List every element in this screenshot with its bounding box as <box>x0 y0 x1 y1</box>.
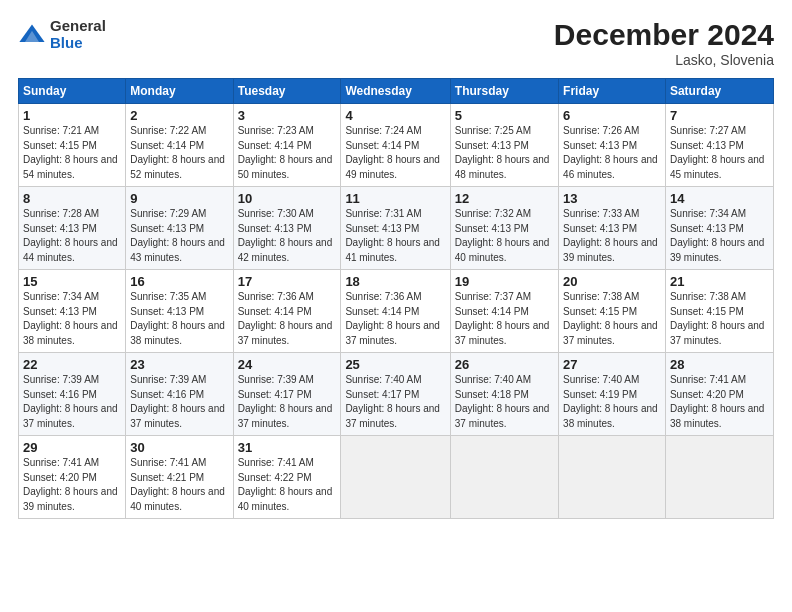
calendar-week-1: 1Sunrise: 7:21 AMSunset: 4:15 PMDaylight… <box>19 104 774 187</box>
day-info: Sunrise: 7:26 AMSunset: 4:13 PMDaylight:… <box>563 125 658 180</box>
day-info: Sunrise: 7:30 AMSunset: 4:13 PMDaylight:… <box>238 208 333 263</box>
header-tuesday: Tuesday <box>233 79 341 104</box>
day-number: 30 <box>130 440 228 455</box>
calendar-cell: 13Sunrise: 7:33 AMSunset: 4:13 PMDayligh… <box>559 187 666 270</box>
day-info: Sunrise: 7:39 AMSunset: 4:16 PMDaylight:… <box>130 374 225 429</box>
day-number: 26 <box>455 357 554 372</box>
day-number: 6 <box>563 108 661 123</box>
calendar-cell: 27Sunrise: 7:40 AMSunset: 4:19 PMDayligh… <box>559 353 666 436</box>
day-number: 28 <box>670 357 769 372</box>
day-info: Sunrise: 7:32 AMSunset: 4:13 PMDaylight:… <box>455 208 550 263</box>
header-saturday: Saturday <box>665 79 773 104</box>
day-info: Sunrise: 7:36 AMSunset: 4:14 PMDaylight:… <box>345 291 440 346</box>
day-number: 19 <box>455 274 554 289</box>
calendar-cell: 28Sunrise: 7:41 AMSunset: 4:20 PMDayligh… <box>665 353 773 436</box>
header-thursday: Thursday <box>450 79 558 104</box>
day-number: 15 <box>23 274 121 289</box>
day-info: Sunrise: 7:35 AMSunset: 4:13 PMDaylight:… <box>130 291 225 346</box>
day-info: Sunrise: 7:24 AMSunset: 4:14 PMDaylight:… <box>345 125 440 180</box>
day-info: Sunrise: 7:28 AMSunset: 4:13 PMDaylight:… <box>23 208 118 263</box>
day-number: 1 <box>23 108 121 123</box>
calendar-cell: 5Sunrise: 7:25 AMSunset: 4:13 PMDaylight… <box>450 104 558 187</box>
day-info: Sunrise: 7:40 AMSunset: 4:18 PMDaylight:… <box>455 374 550 429</box>
day-number: 20 <box>563 274 661 289</box>
calendar-table: Sunday Monday Tuesday Wednesday Thursday… <box>18 78 774 519</box>
day-info: Sunrise: 7:31 AMSunset: 4:13 PMDaylight:… <box>345 208 440 263</box>
calendar-cell: 3Sunrise: 7:23 AMSunset: 4:14 PMDaylight… <box>233 104 341 187</box>
calendar-cell: 25Sunrise: 7:40 AMSunset: 4:17 PMDayligh… <box>341 353 450 436</box>
day-info: Sunrise: 7:39 AMSunset: 4:16 PMDaylight:… <box>23 374 118 429</box>
day-info: Sunrise: 7:41 AMSunset: 4:20 PMDaylight:… <box>670 374 765 429</box>
calendar-cell: 16Sunrise: 7:35 AMSunset: 4:13 PMDayligh… <box>126 270 233 353</box>
calendar-cell: 1Sunrise: 7:21 AMSunset: 4:15 PMDaylight… <box>19 104 126 187</box>
day-number: 3 <box>238 108 337 123</box>
calendar-cell: 18Sunrise: 7:36 AMSunset: 4:14 PMDayligh… <box>341 270 450 353</box>
logo-general: General <box>50 18 106 35</box>
calendar-cell: 11Sunrise: 7:31 AMSunset: 4:13 PMDayligh… <box>341 187 450 270</box>
header-monday: Monday <box>126 79 233 104</box>
day-number: 29 <box>23 440 121 455</box>
calendar-cell: 29Sunrise: 7:41 AMSunset: 4:20 PMDayligh… <box>19 436 126 519</box>
calendar-cell: 26Sunrise: 7:40 AMSunset: 4:18 PMDayligh… <box>450 353 558 436</box>
calendar-cell <box>450 436 558 519</box>
day-info: Sunrise: 7:29 AMSunset: 4:13 PMDaylight:… <box>130 208 225 263</box>
day-info: Sunrise: 7:41 AMSunset: 4:20 PMDaylight:… <box>23 457 118 512</box>
logo-blue: Blue <box>50 35 106 52</box>
title-block: December 2024 Lasko, Slovenia <box>554 18 774 68</box>
day-number: 10 <box>238 191 337 206</box>
page: General Blue December 2024 Lasko, Sloven… <box>0 0 792 612</box>
calendar-header-row: Sunday Monday Tuesday Wednesday Thursday… <box>19 79 774 104</box>
header-sunday: Sunday <box>19 79 126 104</box>
day-number: 2 <box>130 108 228 123</box>
calendar-cell <box>341 436 450 519</box>
day-number: 22 <box>23 357 121 372</box>
header: General Blue December 2024 Lasko, Sloven… <box>18 18 774 68</box>
header-friday: Friday <box>559 79 666 104</box>
main-title: December 2024 <box>554 18 774 52</box>
day-number: 17 <box>238 274 337 289</box>
calendar-cell: 7Sunrise: 7:27 AMSunset: 4:13 PMDaylight… <box>665 104 773 187</box>
day-info: Sunrise: 7:23 AMSunset: 4:14 PMDaylight:… <box>238 125 333 180</box>
day-number: 23 <box>130 357 228 372</box>
day-info: Sunrise: 7:22 AMSunset: 4:14 PMDaylight:… <box>130 125 225 180</box>
day-number: 24 <box>238 357 337 372</box>
calendar-cell: 22Sunrise: 7:39 AMSunset: 4:16 PMDayligh… <box>19 353 126 436</box>
calendar-cell: 21Sunrise: 7:38 AMSunset: 4:15 PMDayligh… <box>665 270 773 353</box>
day-info: Sunrise: 7:40 AMSunset: 4:17 PMDaylight:… <box>345 374 440 429</box>
calendar-cell: 24Sunrise: 7:39 AMSunset: 4:17 PMDayligh… <box>233 353 341 436</box>
day-number: 9 <box>130 191 228 206</box>
day-number: 14 <box>670 191 769 206</box>
day-number: 11 <box>345 191 445 206</box>
calendar-cell: 30Sunrise: 7:41 AMSunset: 4:21 PMDayligh… <box>126 436 233 519</box>
calendar-cell: 19Sunrise: 7:37 AMSunset: 4:14 PMDayligh… <box>450 270 558 353</box>
day-number: 13 <box>563 191 661 206</box>
day-number: 18 <box>345 274 445 289</box>
day-info: Sunrise: 7:39 AMSunset: 4:17 PMDaylight:… <box>238 374 333 429</box>
day-number: 7 <box>670 108 769 123</box>
calendar-cell: 17Sunrise: 7:36 AMSunset: 4:14 PMDayligh… <box>233 270 341 353</box>
day-info: Sunrise: 7:36 AMSunset: 4:14 PMDaylight:… <box>238 291 333 346</box>
day-number: 8 <box>23 191 121 206</box>
day-number: 5 <box>455 108 554 123</box>
day-info: Sunrise: 7:27 AMSunset: 4:13 PMDaylight:… <box>670 125 765 180</box>
calendar-cell: 9Sunrise: 7:29 AMSunset: 4:13 PMDaylight… <box>126 187 233 270</box>
day-info: Sunrise: 7:33 AMSunset: 4:13 PMDaylight:… <box>563 208 658 263</box>
day-info: Sunrise: 7:25 AMSunset: 4:13 PMDaylight:… <box>455 125 550 180</box>
calendar-cell <box>559 436 666 519</box>
calendar-week-4: 22Sunrise: 7:39 AMSunset: 4:16 PMDayligh… <box>19 353 774 436</box>
day-number: 4 <box>345 108 445 123</box>
day-info: Sunrise: 7:38 AMSunset: 4:15 PMDaylight:… <box>670 291 765 346</box>
calendar-cell: 31Sunrise: 7:41 AMSunset: 4:22 PMDayligh… <box>233 436 341 519</box>
day-number: 16 <box>130 274 228 289</box>
calendar-cell: 20Sunrise: 7:38 AMSunset: 4:15 PMDayligh… <box>559 270 666 353</box>
day-number: 25 <box>345 357 445 372</box>
calendar-cell: 6Sunrise: 7:26 AMSunset: 4:13 PMDaylight… <box>559 104 666 187</box>
subtitle: Lasko, Slovenia <box>554 52 774 68</box>
calendar-cell: 12Sunrise: 7:32 AMSunset: 4:13 PMDayligh… <box>450 187 558 270</box>
calendar-week-2: 8Sunrise: 7:28 AMSunset: 4:13 PMDaylight… <box>19 187 774 270</box>
calendar-cell <box>665 436 773 519</box>
calendar-cell: 8Sunrise: 7:28 AMSunset: 4:13 PMDaylight… <box>19 187 126 270</box>
day-number: 27 <box>563 357 661 372</box>
calendar-cell: 15Sunrise: 7:34 AMSunset: 4:13 PMDayligh… <box>19 270 126 353</box>
day-info: Sunrise: 7:41 AMSunset: 4:21 PMDaylight:… <box>130 457 225 512</box>
